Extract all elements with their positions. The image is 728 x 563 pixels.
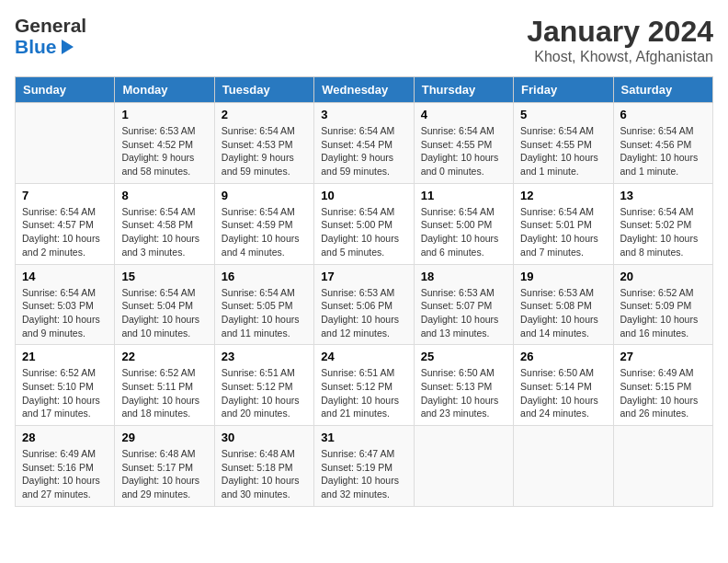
title-block: January 2024 Khost, Khowst, Afghanistan xyxy=(527,15,713,65)
day-number: 27 xyxy=(620,350,706,363)
day-info: Sunrise: 6:54 AMSunset: 4:57 PMDaylight:… xyxy=(22,205,108,259)
day-info: Sunrise: 6:48 AMSunset: 5:18 PMDaylight:… xyxy=(222,447,307,501)
day-number: 1 xyxy=(121,108,207,121)
calendar-week-row: 1Sunrise: 6:53 AMSunset: 4:52 PMDaylight… xyxy=(16,103,713,184)
day-info: Sunrise: 6:49 AMSunset: 5:16 PMDaylight:… xyxy=(22,447,108,501)
day-number: 14 xyxy=(22,270,108,283)
day-info: Sunrise: 6:54 AMSunset: 4:54 PMDaylight:… xyxy=(321,124,406,178)
logo-line2: Blue xyxy=(15,36,57,57)
day-number: 18 xyxy=(421,270,506,283)
day-info: Sunrise: 6:53 AMSunset: 5:06 PMDaylight:… xyxy=(321,286,406,340)
calendar-cell: 1Sunrise: 6:53 AMSunset: 4:52 PMDaylight… xyxy=(115,103,214,184)
calendar-cell xyxy=(16,103,115,184)
calendar-cell xyxy=(414,426,513,507)
calendar-cell: 24Sunrise: 6:51 AMSunset: 5:12 PMDayligh… xyxy=(314,345,414,426)
calendar-cell: 6Sunrise: 6:54 AMSunset: 4:56 PMDaylight… xyxy=(613,103,712,184)
calendar-cell: 14Sunrise: 6:54 AMSunset: 5:03 PMDayligh… xyxy=(16,264,115,345)
logo-arrow-icon xyxy=(62,40,74,54)
page-title: January 2024 xyxy=(527,15,713,49)
day-info: Sunrise: 6:52 AMSunset: 5:11 PMDaylight:… xyxy=(121,366,207,420)
weekday-header: Friday xyxy=(514,77,613,103)
calendar-cell: 20Sunrise: 6:52 AMSunset: 5:09 PMDayligh… xyxy=(613,264,712,345)
calendar-week-row: 21Sunrise: 6:52 AMSunset: 5:10 PMDayligh… xyxy=(16,345,713,426)
day-info: Sunrise: 6:54 AMSunset: 4:55 PMDaylight:… xyxy=(421,124,506,178)
calendar-cell: 15Sunrise: 6:54 AMSunset: 5:04 PMDayligh… xyxy=(115,264,214,345)
day-number: 15 xyxy=(121,270,207,283)
weekday-header: Saturday xyxy=(613,77,712,103)
day-info: Sunrise: 6:51 AMSunset: 5:12 PMDaylight:… xyxy=(222,366,307,420)
day-info: Sunrise: 6:54 AMSunset: 4:58 PMDaylight:… xyxy=(121,205,207,259)
day-number: 29 xyxy=(121,431,207,444)
day-info: Sunrise: 6:54 AMSunset: 4:59 PMDaylight:… xyxy=(222,205,307,259)
day-number: 4 xyxy=(421,108,506,121)
day-number: 23 xyxy=(222,350,307,363)
day-info: Sunrise: 6:53 AMSunset: 5:07 PMDaylight:… xyxy=(421,286,506,340)
day-number: 12 xyxy=(520,189,606,202)
day-number: 24 xyxy=(321,350,406,363)
weekday-header: Monday xyxy=(115,77,214,103)
day-info: Sunrise: 6:54 AMSunset: 5:00 PMDaylight:… xyxy=(421,205,506,259)
day-number: 7 xyxy=(22,189,108,202)
day-info: Sunrise: 6:51 AMSunset: 5:12 PMDaylight:… xyxy=(321,366,406,420)
calendar-cell xyxy=(514,426,613,507)
calendar-cell: 10Sunrise: 6:54 AMSunset: 5:00 PMDayligh… xyxy=(314,183,414,264)
day-info: Sunrise: 6:53 AMSunset: 4:52 PMDaylight:… xyxy=(121,124,207,178)
day-info: Sunrise: 6:48 AMSunset: 5:17 PMDaylight:… xyxy=(121,447,207,501)
day-info: Sunrise: 6:50 AMSunset: 5:13 PMDaylight:… xyxy=(421,366,506,420)
day-number: 30 xyxy=(222,431,307,444)
day-number: 9 xyxy=(222,189,307,202)
calendar-cell: 8Sunrise: 6:54 AMSunset: 4:58 PMDaylight… xyxy=(115,183,214,264)
day-info: Sunrise: 6:52 AMSunset: 5:10 PMDaylight:… xyxy=(22,366,108,420)
calendar-cell xyxy=(613,426,712,507)
calendar-cell: 9Sunrise: 6:54 AMSunset: 4:59 PMDaylight… xyxy=(214,183,313,264)
day-number: 17 xyxy=(321,270,406,283)
calendar-cell: 23Sunrise: 6:51 AMSunset: 5:12 PMDayligh… xyxy=(214,345,313,426)
weekday-header-row: SundayMondayTuesdayWednesdayThursdayFrid… xyxy=(16,77,713,103)
calendar-cell: 30Sunrise: 6:48 AMSunset: 5:18 PMDayligh… xyxy=(214,426,313,507)
day-info: Sunrise: 6:49 AMSunset: 5:15 PMDaylight:… xyxy=(620,366,706,420)
day-number: 5 xyxy=(520,108,606,121)
calendar-cell: 2Sunrise: 6:54 AMSunset: 4:53 PMDaylight… xyxy=(214,103,313,184)
calendar-week-row: 28Sunrise: 6:49 AMSunset: 5:16 PMDayligh… xyxy=(16,426,713,507)
day-number: 16 xyxy=(222,270,307,283)
calendar-cell: 22Sunrise: 6:52 AMSunset: 5:11 PMDayligh… xyxy=(115,345,214,426)
day-info: Sunrise: 6:54 AMSunset: 5:04 PMDaylight:… xyxy=(121,286,207,340)
calendar-cell: 16Sunrise: 6:54 AMSunset: 5:05 PMDayligh… xyxy=(214,264,313,345)
day-number: 3 xyxy=(321,108,406,121)
day-info: Sunrise: 6:53 AMSunset: 5:08 PMDaylight:… xyxy=(520,286,606,340)
calendar-cell: 25Sunrise: 6:50 AMSunset: 5:13 PMDayligh… xyxy=(414,345,513,426)
day-number: 2 xyxy=(222,108,307,121)
day-number: 26 xyxy=(520,350,606,363)
calendar-cell: 31Sunrise: 6:47 AMSunset: 5:19 PMDayligh… xyxy=(314,426,414,507)
day-number: 6 xyxy=(620,108,706,121)
calendar-week-row: 7Sunrise: 6:54 AMSunset: 4:57 PMDaylight… xyxy=(16,183,713,264)
calendar-week-row: 14Sunrise: 6:54 AMSunset: 5:03 PMDayligh… xyxy=(16,264,713,345)
weekday-header: Wednesday xyxy=(314,77,414,103)
calendar-cell: 26Sunrise: 6:50 AMSunset: 5:14 PMDayligh… xyxy=(514,345,613,426)
day-number: 10 xyxy=(321,189,406,202)
calendar-cell: 19Sunrise: 6:53 AMSunset: 5:08 PMDayligh… xyxy=(514,264,613,345)
day-info: Sunrise: 6:54 AMSunset: 4:55 PMDaylight:… xyxy=(520,124,606,178)
calendar-cell: 27Sunrise: 6:49 AMSunset: 5:15 PMDayligh… xyxy=(613,345,712,426)
calendar-cell: 7Sunrise: 6:54 AMSunset: 4:57 PMDaylight… xyxy=(16,183,115,264)
day-info: Sunrise: 6:50 AMSunset: 5:14 PMDaylight:… xyxy=(520,366,606,420)
weekday-header: Sunday xyxy=(16,77,115,103)
day-info: Sunrise: 6:54 AMSunset: 5:02 PMDaylight:… xyxy=(620,205,706,259)
day-number: 28 xyxy=(22,431,108,444)
calendar-cell: 11Sunrise: 6:54 AMSunset: 5:00 PMDayligh… xyxy=(414,183,513,264)
calendar-cell: 3Sunrise: 6:54 AMSunset: 4:54 PMDaylight… xyxy=(314,103,414,184)
day-info: Sunrise: 6:54 AMSunset: 4:56 PMDaylight:… xyxy=(620,124,706,178)
day-info: Sunrise: 6:47 AMSunset: 5:19 PMDaylight:… xyxy=(321,447,406,501)
calendar-cell: 28Sunrise: 6:49 AMSunset: 5:16 PMDayligh… xyxy=(16,426,115,507)
calendar-table: SundayMondayTuesdayWednesdayThursdayFrid… xyxy=(15,76,713,507)
weekday-header: Thursday xyxy=(414,77,513,103)
day-info: Sunrise: 6:54 AMSunset: 5:00 PMDaylight:… xyxy=(321,205,406,259)
day-number: 22 xyxy=(121,350,207,363)
day-info: Sunrise: 6:54 AMSunset: 4:53 PMDaylight:… xyxy=(222,124,307,178)
calendar-cell: 21Sunrise: 6:52 AMSunset: 5:10 PMDayligh… xyxy=(16,345,115,426)
day-number: 11 xyxy=(421,189,506,202)
day-number: 8 xyxy=(121,189,207,202)
logo-line1: General xyxy=(15,15,86,36)
calendar-cell: 4Sunrise: 6:54 AMSunset: 4:55 PMDaylight… xyxy=(414,103,513,184)
weekday-header: Tuesday xyxy=(214,77,313,103)
